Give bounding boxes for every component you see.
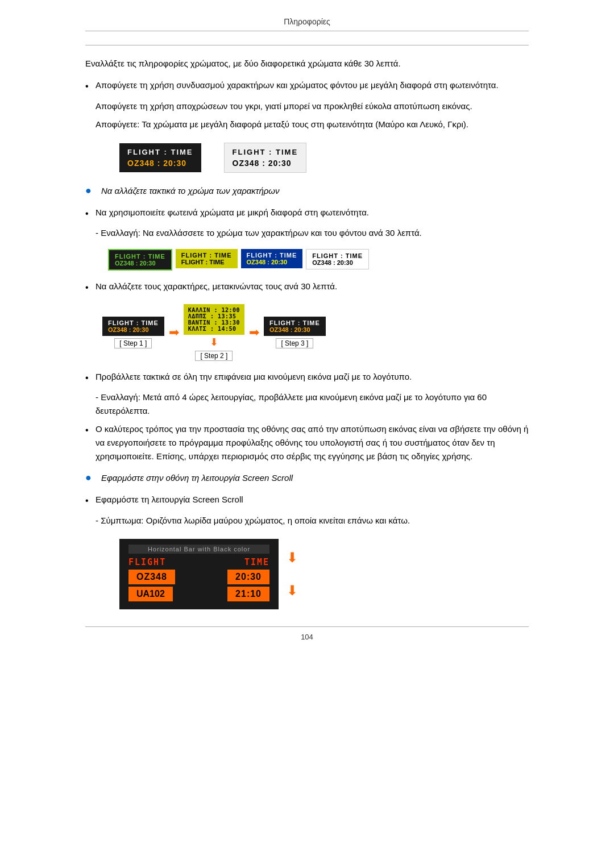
step3-hdr: FLIGHT : TIME xyxy=(269,319,320,326)
flight-box-light: FLIGHT : TIME OZ348 : 20:30 xyxy=(224,143,307,173)
bullet-dot-3: • xyxy=(85,280,96,295)
scroll-header-text: Horizontal Bar with Black color xyxy=(148,546,250,553)
scroll-r2c2: 21:10 xyxy=(227,587,269,601)
bullet3-text: Να αλλάζετε τους χαρακτήρες, μετακινώντα… xyxy=(96,281,337,291)
scroll-r1c1: OZ348 xyxy=(128,570,175,584)
blue-dot-note-2: ● Εφαρμόστε στην οθόνη τη λειτουργία Scr… xyxy=(85,471,529,485)
multi-color-boxes-row: FLIGHT : TIME OZ348 : 20:30 FLIGHT : TIM… xyxy=(85,249,529,271)
bullet-dot-4: • xyxy=(85,371,96,385)
flight-box-dark: FLIGHT : TIME OZ348 : 20:30 xyxy=(119,143,201,172)
step3-dta: OZ348 : 20:30 xyxy=(269,326,320,333)
page-number: 104 xyxy=(301,633,313,641)
scroll-col-headers: FLIGHT TIME xyxy=(128,557,269,567)
bullet2-text: Να χρησιμοποιείτε φωτεινά χρώματα με μικ… xyxy=(96,207,369,217)
flight-box-blue: FLIGHT : TIME OZ348 : 20:30 xyxy=(241,249,303,268)
white-box-hdr: FLIGHT : TIME xyxy=(312,252,363,259)
light-box-header: FLIGHT : TIME xyxy=(233,148,298,156)
scroll-r1c2: 20:30 xyxy=(227,570,269,584)
step-2-item: ΚΑΛΛΙΝ : 12:00 ΛΔΠΠΣ : 13:35 ΒΑΝΤΙΝ : 13… xyxy=(184,304,244,361)
bullet-content-1: Αποφύγετε τη χρήση συνδυασμού χαρακτήρων… xyxy=(96,78,529,92)
arrow-icon-2: ➡ xyxy=(249,325,259,340)
bullet6-text: Εφαρμόστε τη λειτουργία Screen Scroll xyxy=(96,495,243,504)
bullet-item-2: • Να χρησιμοποιείτε φωτεινά χρώματα με μ… xyxy=(85,206,529,221)
sub-text-3: - Εναλλαγή: Να εναλλάσσετε το χρώμα των … xyxy=(96,226,529,240)
yellow-box-dta: FLIGHT : TIME xyxy=(181,259,232,265)
header-title: Πληροφορίες xyxy=(284,17,330,26)
down-arrow-step2: ⬇ xyxy=(210,336,218,348)
blue-box-dta: OZ348 : 20:30 xyxy=(247,259,297,265)
page-header: Πληροφορίες xyxy=(85,17,529,31)
scroll-col1-hdr: FLIGHT xyxy=(128,557,166,567)
green-box-hdr: FLIGHT : TIME xyxy=(115,253,165,260)
scroll-header-bar: Horizontal Bar with Black color xyxy=(128,545,269,554)
bullet-dot-6: • xyxy=(85,493,96,508)
step2-box: ΚΑΛΛΙΝ : 12:00 ΛΔΠΠΣ : 13:35 ΒΑΝΤΙΝ : 13… xyxy=(184,304,244,335)
blue-dot-note-1: ● Να αλλάζετε τακτικά το χρώμα των χαρακ… xyxy=(85,184,529,198)
scroll-col2-hdr: TIME xyxy=(244,557,269,567)
white-box-dta: OZ348 : 20:30 xyxy=(312,259,363,266)
step1-label: [ Step 1 ] xyxy=(114,338,152,348)
step1-hdr: FLIGHT : TIME xyxy=(108,319,159,326)
light-box-data: OZ348 : 20:30 xyxy=(233,159,298,168)
step1-box: FLIGHT : TIME OZ348 : 20:30 xyxy=(102,317,164,336)
sub-text-2: Αποφύγετε: Τα χρώματα με μεγάλη διαφορά … xyxy=(96,118,529,131)
bullet-item-5: • Ο καλύτερος τρόπος για την προστασία τ… xyxy=(85,422,529,463)
blue-dot-icon-1: ● xyxy=(85,185,97,197)
flight-box-yellow: FLIGHT : TIME FLIGHT : TIME xyxy=(176,249,238,268)
blue-note-1-text: Να αλλάζετε τακτικά το χρώμα των χαρακτή… xyxy=(101,184,280,198)
page-footer: 104 xyxy=(85,626,529,641)
bullet-content-3: Να αλλάζετε τους χαρακτήρες, μετακινώντα… xyxy=(96,280,529,293)
bullet-dot-2: • xyxy=(85,206,96,221)
step-3-item: FLIGHT : TIME OZ348 : 20:30 [ Step 3 ] xyxy=(264,317,326,348)
bullet-content-4: Προβάλλετε τακτικά σε όλη την επιφάνεια … xyxy=(96,370,529,384)
steps-container: FLIGHT : TIME OZ348 : 20:30 [ Step 1 ] ➡… xyxy=(85,304,529,361)
step2-line1: ΚΑΛΛΙΝ : 12:00 xyxy=(188,307,240,313)
green-box-dta: OZ348 : 20:30 xyxy=(115,260,165,267)
step3-box: FLIGHT : TIME OZ348 : 20:30 xyxy=(264,317,326,336)
bullet-content-5: Ο καλύτερος τρόπος για την προστασία της… xyxy=(96,422,529,463)
blue-dot-icon-2: ● xyxy=(85,472,97,484)
bullet5-text: Ο καλύτερος τρόπος για την προστασία της… xyxy=(96,424,528,461)
blue-note-2-text: Εφαρμόστε στην οθόνη τη λειτουργία Scree… xyxy=(101,471,293,485)
scroll-display-container: Horizontal Bar with Black color FLIGHT T… xyxy=(85,539,529,609)
bullet-item-1: • Αποφύγετε τη χρήση συνδυασμού χαρακτήρ… xyxy=(85,78,529,94)
step2-line2: ΛΔΠΠΣ : 13:35 xyxy=(188,313,240,319)
flight-display-row: FLIGHT : TIME OZ348 : 20:30 FLIGHT : TIM… xyxy=(85,143,529,173)
step-1-item: FLIGHT : TIME OZ348 : 20:30 [ Step 1 ] xyxy=(102,317,164,348)
flight-box-white: FLIGHT : TIME OZ348 : 20:30 xyxy=(306,249,369,269)
bullet4-text: Προβάλλετε τακτικά σε όλη την επιφάνεια … xyxy=(96,372,412,381)
dark-box-header: FLIGHT : TIME xyxy=(127,148,193,156)
bullet-dot-5: • xyxy=(85,423,96,438)
scroll-down-arrow-2: ⬇ xyxy=(287,583,298,599)
sub-text-4: - Εναλλαγή: Μετά από 4 ώρες λειτουργίας,… xyxy=(96,391,529,418)
header-divider xyxy=(85,45,529,45)
yellow-box-hdr: FLIGHT : TIME xyxy=(181,252,232,259)
bullet-content-6: Εφαρμόστε τη λειτουργία Screen Scroll xyxy=(96,493,529,506)
sub-text-5: - Σύμπτωμα: Οριζόντια λωρίδα μαύρου χρώμ… xyxy=(96,514,529,528)
step3-label: [ Step 3 ] xyxy=(276,338,313,348)
blue-box-hdr: FLIGHT : TIME xyxy=(247,252,297,259)
bullet-content-2: Να χρησιμοποιείτε φωτεινά χρώματα με μικ… xyxy=(96,206,529,219)
bullet-item-6: • Εφαρμόστε τη λειτουργία Screen Scroll xyxy=(85,493,529,508)
bullet1-text: Αποφύγετε τη χρήση συνδυασμού χαρακτήρων… xyxy=(96,80,499,90)
intro-text: Εναλλάξτε τις πληροφορίες χρώματος, με δ… xyxy=(85,57,529,70)
scroll-row-2: UA102 21:10 xyxy=(128,587,269,601)
bullet-item-4: • Προβάλλετε τακτικά σε όλη την επιφάνει… xyxy=(85,370,529,385)
bullet-item-3: • Να αλλάζετε τους χαρακτήρες, μετακινών… xyxy=(85,280,529,295)
flight-box-green: FLIGHT : TIME OZ348 : 20:30 xyxy=(108,249,172,271)
scroll-down-arrow-1: ⬇ xyxy=(287,550,298,566)
arrow-icon-1: ➡ xyxy=(169,325,179,340)
scroll-display-box: Horizontal Bar with Black color FLIGHT T… xyxy=(119,539,279,609)
dark-box-data: OZ348 : 20:30 xyxy=(127,159,193,168)
step1-dta: OZ348 : 20:30 xyxy=(108,326,159,333)
scroll-row-1: OZ348 20:30 xyxy=(128,570,269,584)
scroll-arrows: ⬇ ⬇ xyxy=(287,550,298,599)
step2-label: [ Step 2 ] xyxy=(195,351,233,361)
scroll-r2c1: UA102 xyxy=(128,587,173,601)
step2-line3: ΒΑΝΤΙΝ : 13:30 xyxy=(188,319,240,326)
sub-text-1: Αποφύγετε τη χρήση αποχρώσεων του γκρι, … xyxy=(96,99,529,113)
step2-line4: ΚΛΛΤΣ : 14:50 xyxy=(188,326,240,332)
scroll-display-outer: Horizontal Bar with Black color FLIGHT T… xyxy=(119,539,529,609)
bullet-dot-1: • xyxy=(85,79,96,94)
